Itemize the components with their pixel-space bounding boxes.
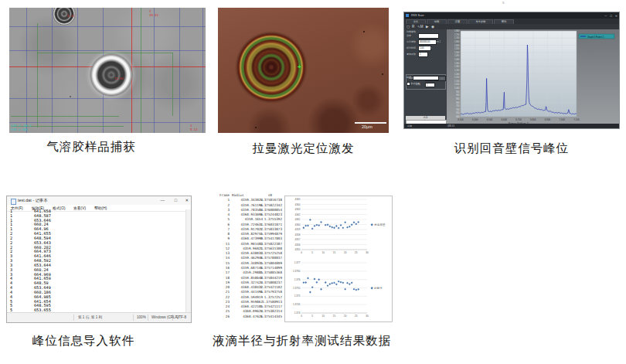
record-icon[interactable]: ◉ — [431, 25, 434, 29]
svg-text:0: 0 — [301, 251, 302, 254]
figure-canvas: 8.12 12.62 2 35.81 1 5.12 125.3, 86.4 64… — [0, 0, 626, 364]
close-button[interactable]: ✕ — [185, 198, 189, 202]
frame-icon[interactable]: ▢ — [407, 25, 410, 29]
svg-text:6,500: 6,500 — [487, 118, 493, 121]
svg-text:30: 30 — [366, 251, 369, 254]
table-row: 264360.476261.375414345 — [219, 315, 284, 319]
svg-text:1,100: 1,100 — [454, 80, 460, 83]
svg-text:1,300: 1,300 — [454, 65, 460, 68]
svg-text:Graph 0 Frame 1: Graph 0 Frame 1 — [587, 36, 604, 39]
text-editor-area[interactable]: 1641.6581648.5871653.6461660.241664.9626… — [7, 209, 185, 312]
notepad-icon — [11, 199, 16, 205]
line-ending: Windows (CRLF) — [151, 315, 179, 319]
zoom-level: 100% — [137, 315, 146, 319]
grid-line — [9, 122, 206, 123]
svg-text:1,350: 1,350 — [454, 62, 460, 65]
maximize-button[interactable]: □ — [611, 14, 612, 18]
svg-text:25: 25 — [355, 315, 358, 318]
close-button[interactable]: ✕ — [615, 14, 617, 18]
accumulations-input[interactable]: 1 — [418, 52, 428, 57]
app-status-bar: 就绪 488 41 — [404, 124, 619, 128]
svg-text:4361: 4361 — [295, 218, 301, 221]
count-input[interactable]: 1 — [425, 83, 435, 88]
svg-text:25: 25 — [355, 251, 358, 254]
path-input[interactable] — [413, 76, 439, 81]
play-icon[interactable]: ▶ — [426, 25, 429, 29]
svg-text:4364: 4364 — [295, 203, 301, 206]
caption-peak-import: 峰位信息导入软件 — [22, 333, 145, 349]
window-title: RSS Scan — [411, 14, 424, 17]
caption-results-data: 液滴半径与折射率测试结果数据 — [213, 333, 384, 349]
svg-text:5: 5 — [311, 251, 313, 254]
results-charts: 4365436443634362436143604359435843574356… — [284, 196, 393, 322]
field-label: 中心波数 — [407, 40, 416, 43]
status-bar: 第 1 行, 第 1 列 100% Windows (CRLF) UTF-8 — [7, 312, 191, 322]
caption-peak-identification: 识别回音壁信号峰位 — [403, 141, 620, 157]
browse-button[interactable]: ... — [438, 76, 446, 81]
svg-text:20: 20 — [344, 315, 347, 318]
raman-excitation-image: + 20μm — [218, 8, 389, 133]
svg-text:700: 700 — [456, 108, 460, 111]
minimize-button[interactable]: — — [161, 198, 165, 202]
path-label: 路径 — [407, 76, 411, 79]
dust-speck — [255, 127, 257, 128]
svg-text:7,000: 7,000 — [559, 118, 565, 121]
autosave-label: 自动保存 — [410, 82, 420, 85]
field-unit: s — [430, 46, 431, 49]
measure-label: 2 35.81 — [149, 10, 158, 17]
svg-text:液滴半径: 液滴半径 — [374, 223, 386, 226]
center-wavenumber-input[interactable]: 400000.00 — [418, 39, 437, 45]
svg-text:4358: 4358 — [295, 233, 301, 236]
vertical-scrollbar[interactable] — [185, 209, 191, 312]
encoding: UTF-8 — [176, 315, 186, 319]
svg-text:6,600: 6,600 — [501, 118, 507, 121]
scan-settings-panel: 扫描参数 仪器 中心波数 400000.00 cm-1 积分时间 1.00 s … — [404, 29, 447, 124]
droplet-large — [90, 53, 133, 97]
svg-text:1.3755: 1.3755 — [293, 287, 301, 290]
svg-text:1,250: 1,250 — [454, 69, 460, 72]
svg-text:900: 900 — [456, 94, 460, 97]
title-bar[interactable]: RSS Scan ─ □ ✕ — [404, 12, 619, 19]
curve-icon[interactable]: ∿M — [417, 25, 424, 29]
roi-line — [37, 53, 173, 53]
integration-time-input[interactable]: 1.00 — [418, 46, 431, 51]
roi-line — [37, 23, 38, 128]
grid-line — [9, 50, 206, 51]
svg-text:7,100: 7,100 — [573, 118, 580, 121]
grid-line — [9, 98, 206, 99]
field-unit: cm-1 — [436, 40, 441, 43]
panel-header: 扫描参数 — [407, 30, 416, 33]
status-separator — [73, 315, 74, 321]
svg-text:1.376: 1.376 — [294, 278, 301, 281]
field-label: 仪器 — [407, 34, 411, 37]
minimize-button[interactable]: ─ — [604, 14, 607, 18]
svg-text:6,300: 6,300 — [458, 118, 464, 121]
title-bar[interactable]: test.dat - 记事本 — □ ✕ — [7, 196, 191, 205]
roi-line — [141, 8, 141, 133]
svg-text:1,600: 1,600 — [454, 44, 460, 47]
svg-text:4359: 4359 — [295, 228, 301, 231]
svg-text:20: 20 — [344, 251, 347, 254]
svg-text:4357: 4357 — [295, 238, 301, 241]
dust-speck — [363, 31, 365, 32]
svg-text:1,650: 1,650 — [454, 40, 460, 43]
caption-aerosol-capture: 气溶胶样品捕获 — [9, 139, 173, 155]
instrument-select[interactable] — [418, 33, 439, 39]
maximize-button[interactable]: □ — [175, 198, 177, 202]
svg-text:1.3765: 1.3765 — [293, 270, 301, 273]
status-separator — [148, 315, 148, 321]
svg-text:30: 30 — [366, 315, 369, 318]
svg-text:4355: 4355 — [295, 248, 301, 251]
svg-text:950: 950 — [456, 90, 460, 94]
svg-text:1,800: 1,800 — [454, 29, 460, 32]
svg-text:5: 5 — [311, 315, 313, 318]
svg-text:800: 800 — [456, 101, 460, 104]
menu-bar: 文件 编辑 设置 基本参数 帮助 — [404, 19, 619, 24]
svg-text:折射率: 折射率 — [373, 286, 383, 290]
chart-legend[interactable]: Graph 0 Frame 1 — [579, 34, 614, 39]
svg-text:1,750: 1,750 — [454, 33, 460, 36]
svg-text:15: 15 — [333, 315, 336, 318]
svg-text:6,400: 6,400 — [472, 118, 478, 121]
r-tool-icon[interactable]: R — [412, 25, 414, 29]
stray-mark: s — [502, 0, 505, 5]
